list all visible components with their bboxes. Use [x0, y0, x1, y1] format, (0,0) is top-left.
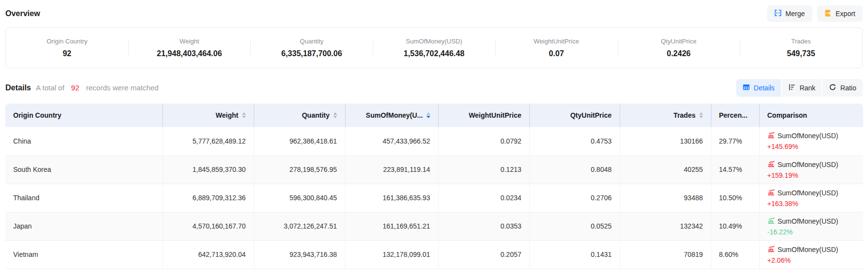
export-button[interactable]: Export — [817, 5, 863, 22]
tab-ratio-label: Ratio — [840, 84, 856, 92]
cell-quantity: 3,072,126,247.51 — [254, 212, 345, 240]
stat-qtyunitprice: QtyUnitPrice0.2426 — [618, 38, 740, 58]
table-row: Vietnam642,713,920.04923,943,716.38132,1… — [5, 240, 863, 269]
cell-weight: 4,570,160,167.70 — [162, 212, 254, 240]
comparison-metric-label: SumOfMoney(USD) — [778, 189, 838, 197]
cell-value: 14.57% — [719, 166, 742, 173]
cell-origin-country: China — [5, 127, 162, 155]
cell-value: 278,198,576.95 — [289, 166, 337, 173]
table-row: Japan4,570,160,167.703,072,126,247.51161… — [5, 212, 863, 240]
stat-weight: Weight21,948,403,464.06 — [128, 38, 251, 58]
column-header-label: Weight — [216, 111, 238, 119]
details-table: Origin CountryWeightQuantitySumOfMoney(U… — [5, 104, 863, 269]
column-header-qtyunitprice: QtyUnitPrice — [529, 104, 620, 127]
comparison-change-value: -16.22% — [767, 228, 856, 236]
stat-label: WeightUnitPrice — [495, 38, 618, 45]
cell-value: 0.0525 — [591, 222, 612, 230]
rank-bars-icon — [788, 84, 796, 92]
column-header-sumofmoney-u[interactable]: SumOfMoney(U... — [345, 104, 438, 127]
column-header-label: SumOfMoney(U... — [366, 111, 423, 119]
stat-origin-country: Origin Country92 — [6, 38, 128, 58]
cell-value: 923,943,716.38 — [289, 251, 337, 258]
stat-label: Quantity — [250, 38, 373, 45]
cell-percentage: 8.60% — [711, 240, 759, 269]
cell-trades: 93488 — [620, 184, 711, 212]
cell-value: 0.2706 — [591, 194, 612, 202]
stat-value: 92 — [6, 49, 128, 58]
view-switcher: Details Rank Ratio — [736, 79, 863, 97]
cell-sum-of-money: 132,178,099.01 — [345, 240, 438, 269]
tab-rank-label: Rank — [800, 84, 816, 92]
cell-value: 4,570,160,167.70 — [193, 222, 246, 230]
cell-percentage: 29.77% — [711, 127, 759, 155]
comparison-change-value: +145.69% — [767, 143, 856, 150]
column-header-quantity[interactable]: Quantity — [254, 104, 345, 127]
sort-carets-icon[interactable] — [242, 112, 246, 118]
cell-trades: 40255 — [620, 155, 711, 184]
cell-comparison: SumOfMoney(USD)+145.69% — [759, 127, 863, 155]
cell-qty-unit-price: 0.2706 — [529, 184, 620, 212]
cell-value: 642,713,920.04 — [198, 251, 245, 258]
cell-qty-unit-price: 0.8048 — [529, 155, 620, 184]
table-grid-icon — [743, 84, 750, 92]
comparison-metric-label: SumOfMoney(USD) — [778, 161, 838, 168]
cell-quantity: 596,300,840.45 — [254, 184, 345, 212]
column-header-trades[interactable]: Trades — [620, 104, 711, 127]
cell-comparison: SumOfMoney(USD)+159.19% — [759, 155, 863, 184]
cell-weight-unit-price: 0.0353 — [438, 212, 529, 240]
cell-trades: 132342 — [620, 212, 711, 240]
record-count: 92 — [69, 84, 81, 92]
export-file-icon — [825, 9, 832, 19]
column-header-label: Trades — [673, 111, 695, 119]
column-header-comparison: Comparison — [759, 104, 863, 127]
table-row: South Korea1,845,859,370.30278,198,576.9… — [5, 155, 863, 184]
stat-trades: Trades549,735 — [740, 38, 862, 58]
cell-value: 0.2057 — [501, 251, 522, 258]
cell-value: 5,777,628,489.12 — [193, 137, 246, 145]
cell-value: 161,386,635.93 — [383, 194, 430, 202]
stat-value: 1,536,702,446.48 — [373, 49, 495, 58]
comparison-metric-line: SumOfMoney(USD) — [767, 131, 856, 140]
table-body: China5,777,628,489.12962,386,418.61457,4… — [5, 127, 863, 269]
cell-value: 6,889,709,312.36 — [193, 194, 246, 202]
cell-value: 0.1431 — [591, 251, 612, 258]
cell-value: 10.50% — [719, 194, 742, 202]
cell-value: 130166 — [680, 137, 703, 145]
table-row: China5,777,628,489.12962,386,418.61457,4… — [5, 127, 863, 155]
sort-carets-icon[interactable] — [426, 112, 430, 118]
stat-weightunitprice: WeightUnitPrice0.07 — [495, 38, 618, 58]
cell-sum-of-money: 457,433,966.52 — [345, 127, 438, 155]
cell-weight: 5,777,628,489.12 — [162, 127, 254, 155]
sort-carets-icon[interactable] — [333, 112, 337, 118]
cell-value: South Korea — [13, 166, 51, 173]
cell-value: Thailand — [13, 194, 40, 202]
comparison-metric-label: SumOfMoney(USD) — [778, 132, 838, 140]
cell-value: 457,433,966.52 — [383, 137, 430, 145]
cell-quantity: 962,386,418.61 — [254, 127, 345, 155]
comparison-metric-line: SumOfMoney(USD) — [767, 245, 856, 254]
bar-chart-up-icon — [767, 189, 775, 197]
bar-chart-up-icon — [767, 245, 775, 254]
sort-carets-icon[interactable] — [699, 112, 703, 118]
top-bar: Overview Merge Export — [5, 5, 863, 22]
column-header-weight[interactable]: Weight — [162, 104, 254, 127]
cell-origin-country: Thailand — [5, 184, 162, 212]
cell-value: 0.8048 — [591, 166, 612, 173]
cell-qty-unit-price: 0.4753 — [529, 127, 620, 155]
stat-label: Weight — [128, 38, 251, 45]
tab-rank[interactable]: Rank — [782, 79, 822, 97]
tab-details[interactable]: Details — [736, 79, 781, 97]
comparison-change-value: +159.19% — [767, 171, 856, 179]
stat-value: 0.07 — [495, 49, 618, 58]
stat-label: Trades — [740, 38, 862, 45]
merge-button[interactable]: Merge — [767, 5, 812, 22]
details-summary: Details A total of 92 records were match… — [5, 84, 159, 92]
column-header-label: Comparison — [767, 111, 807, 119]
records-prefix: A total of — [36, 84, 64, 92]
cell-percentage: 10.50% — [711, 184, 759, 212]
stat-quantity: Quantity6,335,187,700.06 — [250, 38, 373, 58]
cell-trades: 130166 — [620, 127, 711, 155]
cell-weight: 642,713,920.04 — [162, 240, 254, 269]
merge-button-label: Merge — [786, 10, 805, 18]
tab-ratio[interactable]: Ratio — [823, 79, 863, 97]
